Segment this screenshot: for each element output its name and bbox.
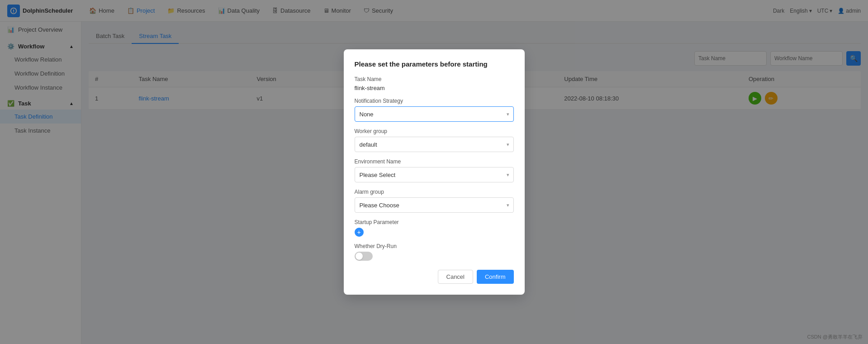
form-group-dry-run: Whether Dry-Run bbox=[355, 243, 514, 261]
modal-dialog: Please set the parameters before startin… bbox=[344, 49, 525, 295]
form-group-worker: Worker group default bbox=[355, 128, 514, 152]
form-group-notification: Notification Strategy None Success Failu… bbox=[355, 98, 514, 122]
notification-strategy-select[interactable]: None Success Failure All bbox=[355, 106, 514, 122]
dry-run-label: Whether Dry-Run bbox=[355, 243, 514, 249]
task-name-label: Task Name bbox=[355, 76, 514, 82]
alarm-group-label: Alarm group bbox=[355, 189, 514, 195]
notification-select-wrapper: None Success Failure All bbox=[355, 106, 514, 122]
startup-parameter-label: Startup Parameter bbox=[355, 219, 514, 225]
environment-name-select[interactable]: Please Select bbox=[355, 167, 514, 182]
confirm-button[interactable]: Confirm bbox=[477, 270, 514, 284]
toggle-thumb bbox=[356, 253, 363, 260]
cancel-button[interactable]: Cancel bbox=[438, 270, 473, 284]
environment-select-wrapper: Please Select bbox=[355, 167, 514, 182]
alarm-group-select-wrapper: Please Choose bbox=[355, 197, 514, 213]
notification-label: Notification Strategy bbox=[355, 98, 514, 104]
task-name-value: flink-stream bbox=[355, 85, 514, 91]
modal-title: Please set the parameters before startin… bbox=[355, 60, 514, 68]
form-group-alarm: Alarm group Please Choose bbox=[355, 189, 514, 213]
alarm-group-select[interactable]: Please Choose bbox=[355, 197, 514, 213]
dry-run-toggle[interactable] bbox=[355, 252, 373, 261]
environment-name-label: Environment Name bbox=[355, 158, 514, 165]
modal-overlay[interactable]: Please set the parameters before startin… bbox=[0, 0, 868, 344]
worker-group-select-wrapper: default bbox=[355, 137, 514, 152]
add-param-button[interactable]: + bbox=[355, 228, 364, 237]
form-group-startup-param: Startup Parameter + bbox=[355, 219, 514, 237]
form-group-task-name: Task Name flink-stream bbox=[355, 76, 514, 91]
worker-group-select[interactable]: default bbox=[355, 137, 514, 152]
worker-group-label: Worker group bbox=[355, 128, 514, 134]
modal-footer: Cancel Confirm bbox=[355, 270, 514, 284]
form-group-environment: Environment Name Please Select bbox=[355, 158, 514, 182]
